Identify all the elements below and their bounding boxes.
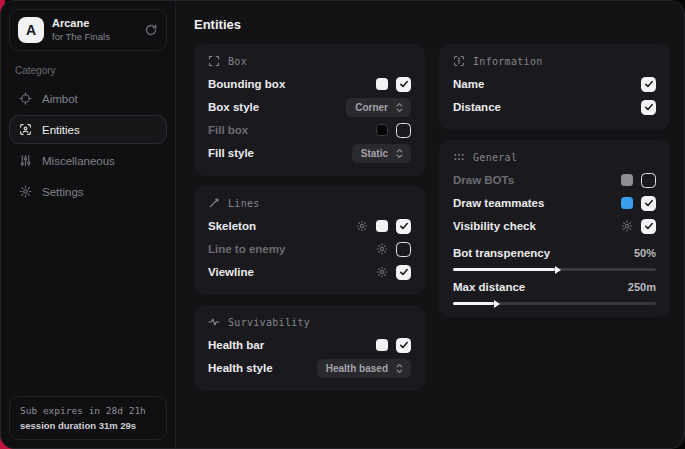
dropdown-value: Static xyxy=(361,148,388,159)
setting-label: Fill style xyxy=(208,147,352,159)
gear-icon[interactable] xyxy=(376,243,388,255)
setting-row-health-bar: Health bar xyxy=(208,334,411,356)
sidebar-item-label: Settings xyxy=(42,186,84,198)
setting-label: Draw BOTs xyxy=(453,174,621,186)
slider-fill xyxy=(453,268,555,271)
card-title: Lines xyxy=(228,198,260,209)
setting-row-visibility-check: Visibility check xyxy=(453,215,656,237)
sidebar-item-settings[interactable]: Settings xyxy=(9,177,167,206)
chevrons-up-down-icon xyxy=(395,363,404,374)
chevrons-up-down-icon xyxy=(395,102,404,113)
slider-label: Max distance xyxy=(453,281,628,293)
bot-transparency-slider[interactable] xyxy=(453,268,656,271)
card-title: Survivability xyxy=(228,317,310,328)
checkbox[interactable] xyxy=(641,77,656,92)
color-swatch[interactable] xyxy=(376,220,388,232)
app-header: A Arcane for The Finals xyxy=(9,9,167,51)
setting-label: Distance xyxy=(453,101,641,113)
health-style-dropdown[interactable]: Health based xyxy=(317,359,411,378)
setting-label: Name xyxy=(453,78,641,90)
session-duration-text: session duration 31m 29s xyxy=(20,420,156,431)
check-icon xyxy=(399,267,409,277)
max-distance-slider-group: Max distance 250m xyxy=(453,279,656,305)
setting-row-health-style: Health style Health based xyxy=(208,357,411,379)
slider-value: 250m xyxy=(628,281,656,293)
bot-transparency-slider-group: Bot transpenency 50% xyxy=(453,245,656,271)
setting-row-skeleton: Skeleton xyxy=(208,215,411,237)
setting-label: Health bar xyxy=(208,339,376,351)
sidebar-item-label: Entities xyxy=(42,124,80,136)
checkbox[interactable] xyxy=(396,338,411,353)
checkbox[interactable] xyxy=(641,173,656,188)
setting-row-fill-box: Fill box xyxy=(208,119,411,141)
checkbox[interactable] xyxy=(396,123,411,138)
gear-icon[interactable] xyxy=(356,220,368,232)
check-icon xyxy=(644,221,654,231)
gear-icon[interactable] xyxy=(376,266,388,278)
app-logo: A xyxy=(18,17,44,43)
gear-icon[interactable] xyxy=(621,220,633,232)
check-icon xyxy=(399,340,409,350)
setting-label: Fill box xyxy=(208,124,376,136)
gear-icon xyxy=(19,185,32,198)
sidebar: A Arcane for The Finals Category xyxy=(1,1,176,448)
color-swatch[interactable] xyxy=(376,78,388,90)
max-distance-slider[interactable] xyxy=(453,302,656,305)
color-swatch[interactable] xyxy=(621,197,633,209)
checkbox[interactable] xyxy=(396,219,411,234)
health-pulse-icon xyxy=(208,316,220,328)
refresh-icon[interactable] xyxy=(144,23,158,37)
card-title: Information xyxy=(473,56,543,67)
dropdown-value: Corner xyxy=(355,102,388,113)
setting-row-distance: Distance xyxy=(453,96,656,118)
card-title: General xyxy=(473,152,517,163)
category-label: Category xyxy=(15,65,163,76)
setting-row-viewline: Viewline xyxy=(208,261,411,283)
sub-expiry-text: Sub expires in 28d 21h xyxy=(20,405,156,416)
checkbox[interactable] xyxy=(396,77,411,92)
sidebar-item-label: Miscellaneous xyxy=(42,155,115,167)
slider-value: 50% xyxy=(634,247,656,259)
card-lines: Lines Skeleton xyxy=(194,186,425,295)
setting-row-name: Name xyxy=(453,73,656,95)
slider-fill xyxy=(453,302,494,305)
sidebar-item-aimbot[interactable]: Aimbot xyxy=(9,84,167,113)
card-title: Box xyxy=(228,56,247,67)
sidebar-nav: Aimbot Entities xyxy=(9,84,167,206)
app-name: Arcane xyxy=(52,17,136,31)
checkbox[interactable] xyxy=(641,196,656,211)
checkbox[interactable] xyxy=(396,265,411,280)
color-swatch[interactable] xyxy=(621,174,633,186)
fill-style-dropdown[interactable]: Static xyxy=(352,144,411,163)
check-icon xyxy=(644,102,654,112)
color-swatch[interactable] xyxy=(376,339,388,351)
card-information: Information Name Distance xyxy=(439,44,670,130)
check-icon xyxy=(399,221,409,231)
setting-row-draw-teammates: Draw teammates xyxy=(453,192,656,214)
check-icon xyxy=(399,79,409,89)
setting-row-box-style: Box style Corner xyxy=(208,96,411,118)
check-icon xyxy=(644,198,654,208)
diagonal-line-icon xyxy=(208,197,220,209)
setting-label: Box style xyxy=(208,101,346,113)
sidebar-item-miscellaneous[interactable]: Miscellaneous xyxy=(9,146,167,175)
chevrons-up-down-icon xyxy=(395,148,404,159)
color-swatch[interactable] xyxy=(376,124,388,136)
subscription-info: Sub expires in 28d 21h session duration … xyxy=(9,396,167,440)
box-corners-icon xyxy=(208,55,220,67)
checkbox[interactable] xyxy=(396,242,411,257)
slider-label: Bot transpenency xyxy=(453,247,634,259)
card-general: General Draw BOTs xyxy=(439,140,670,317)
setting-row-line-to-enemy: Line to enemy xyxy=(208,238,411,260)
screen: A Arcane for The Finals Category xyxy=(0,0,685,449)
sliders-icon xyxy=(19,154,32,167)
setting-label: Skeleton xyxy=(208,220,356,232)
sidebar-item-entities[interactable]: Entities xyxy=(9,115,167,144)
checkbox[interactable] xyxy=(641,100,656,115)
card-box: Box Bounding box B xyxy=(194,44,425,176)
box-style-dropdown[interactable]: Corner xyxy=(346,98,411,117)
checkbox[interactable] xyxy=(641,219,656,234)
setting-row-fill-style: Fill style Static xyxy=(208,142,411,164)
setting-label: Visibility check xyxy=(453,220,621,232)
setting-label: Bounding box xyxy=(208,78,376,90)
